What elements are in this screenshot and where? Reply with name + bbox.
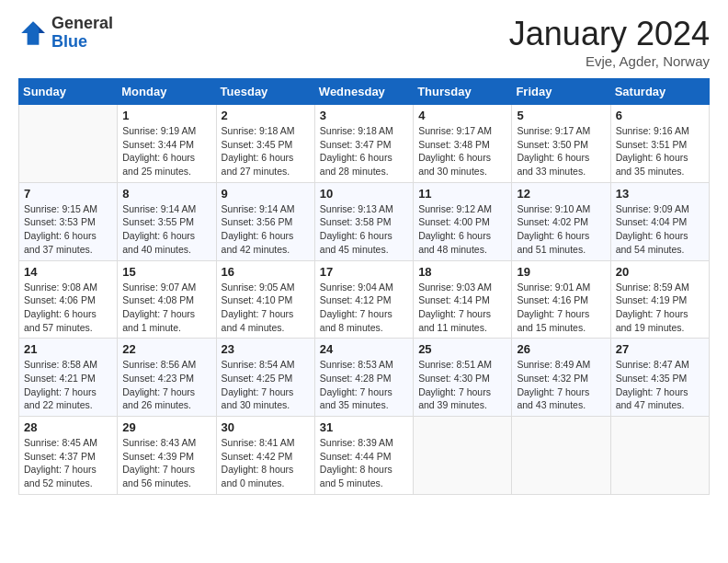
logo: General Blue bbox=[18, 15, 113, 52]
logo-text: General Blue bbox=[51, 15, 113, 52]
day-number: 5 bbox=[517, 109, 605, 122]
weekday-header: Monday bbox=[118, 79, 216, 105]
day-number: 13 bbox=[616, 187, 704, 201]
day-info: Sunrise: 9:18 AMSunset: 3:45 PMDaylight:… bbox=[222, 124, 310, 178]
calendar-cell: 19Sunrise: 9:01 AMSunset: 4:16 PMDayligh… bbox=[512, 260, 610, 339]
logo-icon bbox=[18, 18, 48, 48]
month-title: January 2024 bbox=[509, 15, 710, 53]
day-number: 8 bbox=[122, 187, 210, 201]
day-info: Sunrise: 9:08 AMSunset: 4:06 PMDaylight:… bbox=[24, 281, 112, 335]
day-number: 26 bbox=[517, 342, 605, 356]
location: Evje, Agder, Norway bbox=[509, 53, 710, 69]
calendar-cell: 9Sunrise: 9:14 AMSunset: 3:56 PMDaylight… bbox=[216, 182, 314, 260]
day-info: Sunrise: 8:47 AMSunset: 4:35 PMDaylight:… bbox=[616, 358, 704, 412]
calendar-cell: 26Sunrise: 8:49 AMSunset: 4:32 PMDayligh… bbox=[512, 339, 610, 417]
calendar-cell: 5Sunrise: 9:17 AMSunset: 3:50 PMDaylight… bbox=[512, 105, 610, 183]
calendar-cell bbox=[610, 417, 709, 495]
day-number: 27 bbox=[616, 342, 704, 356]
day-info: Sunrise: 8:51 AMSunset: 4:30 PMDaylight:… bbox=[418, 358, 506, 412]
calendar-cell: 24Sunrise: 8:53 AMSunset: 4:28 PMDayligh… bbox=[314, 339, 413, 417]
day-number: 9 bbox=[222, 187, 310, 201]
day-number: 17 bbox=[320, 265, 408, 279]
day-info: Sunrise: 9:05 AMSunset: 4:10 PMDaylight:… bbox=[222, 281, 310, 335]
weekday-header: Wednesday bbox=[314, 79, 413, 105]
day-info: Sunrise: 8:49 AMSunset: 4:32 PMDaylight:… bbox=[517, 358, 605, 412]
calendar-cell: 3Sunrise: 9:18 AMSunset: 3:47 PMDaylight… bbox=[314, 105, 413, 183]
day-info: Sunrise: 8:43 AMSunset: 4:39 PMDaylight:… bbox=[122, 436, 210, 490]
day-info: Sunrise: 9:04 AMSunset: 4:12 PMDaylight:… bbox=[320, 281, 408, 335]
day-info: Sunrise: 9:17 AMSunset: 3:50 PMDaylight:… bbox=[517, 124, 605, 178]
calendar-cell bbox=[414, 417, 512, 495]
day-number: 16 bbox=[222, 265, 310, 279]
day-number: 30 bbox=[222, 420, 310, 434]
day-number: 7 bbox=[24, 187, 112, 201]
calendar-cell: 15Sunrise: 9:07 AMSunset: 4:08 PMDayligh… bbox=[118, 260, 216, 339]
day-number: 23 bbox=[222, 342, 310, 356]
day-number: 25 bbox=[418, 342, 506, 356]
day-number: 22 bbox=[122, 342, 210, 356]
page-header: General Blue January 2024 Evje, Agder, N… bbox=[18, 15, 710, 69]
day-info: Sunrise: 8:45 AMSunset: 4:37 PMDaylight:… bbox=[24, 436, 112, 490]
day-info: Sunrise: 9:14 AMSunset: 3:56 PMDaylight:… bbox=[222, 202, 310, 257]
day-info: Sunrise: 9:01 AMSunset: 4:16 PMDaylight:… bbox=[517, 281, 605, 335]
weekday-header: Tuesday bbox=[216, 79, 314, 105]
day-info: Sunrise: 8:56 AMSunset: 4:23 PMDaylight:… bbox=[122, 358, 210, 412]
day-info: Sunrise: 9:18 AMSunset: 3:47 PMDaylight:… bbox=[320, 124, 408, 178]
day-number: 2 bbox=[222, 109, 310, 122]
day-info: Sunrise: 8:39 AMSunset: 4:44 PMDaylight:… bbox=[320, 436, 408, 490]
calendar-cell: 1Sunrise: 9:19 AMSunset: 3:44 PMDaylight… bbox=[118, 105, 216, 183]
calendar-cell: 28Sunrise: 8:45 AMSunset: 4:37 PMDayligh… bbox=[19, 417, 118, 495]
day-info: Sunrise: 9:12 AMSunset: 4:00 PMDaylight:… bbox=[418, 202, 506, 257]
day-info: Sunrise: 9:15 AMSunset: 3:53 PMDaylight:… bbox=[24, 202, 112, 257]
day-info: Sunrise: 9:14 AMSunset: 3:55 PMDaylight:… bbox=[122, 202, 210, 257]
weekday-header: Thursday bbox=[414, 79, 512, 105]
calendar-cell: 14Sunrise: 9:08 AMSunset: 4:06 PMDayligh… bbox=[19, 260, 118, 339]
day-number: 6 bbox=[616, 109, 704, 122]
day-info: Sunrise: 8:54 AMSunset: 4:25 PMDaylight:… bbox=[222, 358, 310, 412]
day-info: Sunrise: 9:09 AMSunset: 4:04 PMDaylight:… bbox=[616, 202, 704, 257]
day-info: Sunrise: 9:10 AMSunset: 4:02 PMDaylight:… bbox=[517, 202, 605, 257]
day-info: Sunrise: 8:59 AMSunset: 4:19 PMDaylight:… bbox=[616, 281, 704, 335]
calendar-cell: 27Sunrise: 8:47 AMSunset: 4:35 PMDayligh… bbox=[610, 339, 709, 417]
day-number: 1 bbox=[122, 109, 210, 122]
calendar-cell: 30Sunrise: 8:41 AMSunset: 4:42 PMDayligh… bbox=[216, 417, 314, 495]
weekday-header: Sunday bbox=[19, 79, 118, 105]
weekday-header: Friday bbox=[512, 79, 610, 105]
calendar-cell: 2Sunrise: 9:18 AMSunset: 3:45 PMDaylight… bbox=[216, 105, 314, 183]
day-number: 4 bbox=[418, 109, 506, 122]
title-block: January 2024 Evje, Agder, Norway bbox=[509, 15, 710, 69]
calendar-cell: 22Sunrise: 8:56 AMSunset: 4:23 PMDayligh… bbox=[118, 339, 216, 417]
weekday-header: Saturday bbox=[610, 79, 709, 105]
day-number: 19 bbox=[517, 265, 605, 279]
calendar-cell: 8Sunrise: 9:14 AMSunset: 3:55 PMDaylight… bbox=[118, 182, 216, 260]
day-info: Sunrise: 9:17 AMSunset: 3:48 PMDaylight:… bbox=[418, 124, 506, 178]
day-number: 10 bbox=[320, 187, 408, 201]
day-number: 18 bbox=[418, 265, 506, 279]
day-number: 29 bbox=[122, 420, 210, 434]
day-info: Sunrise: 9:19 AMSunset: 3:44 PMDaylight:… bbox=[122, 124, 210, 178]
calendar-cell: 23Sunrise: 8:54 AMSunset: 4:25 PMDayligh… bbox=[216, 339, 314, 417]
day-info: Sunrise: 9:13 AMSunset: 3:58 PMDaylight:… bbox=[320, 202, 408, 257]
day-number: 31 bbox=[320, 420, 408, 434]
day-number: 21 bbox=[24, 342, 112, 356]
calendar-cell: 6Sunrise: 9:16 AMSunset: 3:51 PMDaylight… bbox=[610, 105, 709, 183]
day-number: 3 bbox=[320, 109, 408, 122]
calendar-cell: 12Sunrise: 9:10 AMSunset: 4:02 PMDayligh… bbox=[512, 182, 610, 260]
calendar-cell: 29Sunrise: 8:43 AMSunset: 4:39 PMDayligh… bbox=[118, 417, 216, 495]
day-number: 28 bbox=[24, 420, 112, 434]
calendar-cell: 25Sunrise: 8:51 AMSunset: 4:30 PMDayligh… bbox=[414, 339, 512, 417]
calendar: SundayMondayTuesdayWednesdayThursdayFrid… bbox=[18, 78, 710, 495]
day-number: 12 bbox=[517, 187, 605, 201]
day-number: 24 bbox=[320, 342, 408, 356]
calendar-cell: 10Sunrise: 9:13 AMSunset: 3:58 PMDayligh… bbox=[314, 182, 413, 260]
day-info: Sunrise: 9:07 AMSunset: 4:08 PMDaylight:… bbox=[122, 281, 210, 335]
day-number: 15 bbox=[122, 265, 210, 279]
calendar-cell: 16Sunrise: 9:05 AMSunset: 4:10 PMDayligh… bbox=[216, 260, 314, 339]
day-number: 20 bbox=[616, 265, 704, 279]
day-info: Sunrise: 9:03 AMSunset: 4:14 PMDaylight:… bbox=[418, 281, 506, 335]
day-number: 11 bbox=[418, 187, 506, 201]
calendar-cell bbox=[512, 417, 610, 495]
calendar-cell: 31Sunrise: 8:39 AMSunset: 4:44 PMDayligh… bbox=[314, 417, 413, 495]
day-info: Sunrise: 8:58 AMSunset: 4:21 PMDaylight:… bbox=[24, 358, 112, 412]
calendar-cell bbox=[19, 105, 118, 183]
